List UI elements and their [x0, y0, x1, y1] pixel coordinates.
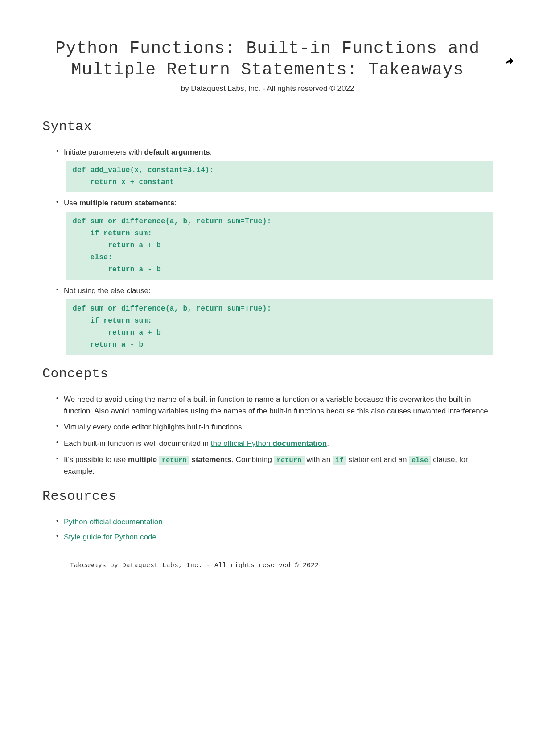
list-item: It's possible to use multiple return sta…	[64, 454, 493, 478]
list-item: Virtually every code editor highlights b…	[64, 421, 493, 433]
list-item: We need to avoid using the name of a bui…	[64, 394, 493, 417]
concepts-list: We need to avoid using the name of a bui…	[42, 394, 493, 478]
link-text: the official Python	[211, 439, 273, 448]
list-item: Initiate parameters with default argumen…	[64, 147, 493, 192]
inline-code: return	[274, 456, 305, 465]
code-block: def add_value(x, constant=3.14): return …	[66, 161, 493, 192]
list-item: Each built-in function is well documente…	[64, 438, 493, 450]
share-icon[interactable]	[504, 56, 515, 66]
item-text: Each built-in function is well documente…	[64, 439, 211, 448]
resources-list: Python official documentation Style guid…	[42, 516, 493, 544]
section-heading-syntax: Syntax	[42, 117, 493, 137]
item-text: with an	[305, 455, 333, 464]
inline-code: return	[159, 456, 189, 465]
section-heading-concepts: Concepts	[42, 364, 493, 384]
resource-link[interactable]: Python official documentation	[64, 518, 163, 526]
item-text: statement and an	[346, 455, 409, 464]
footer-text: Takeaways by Dataquest Labs, Inc. - All …	[70, 561, 493, 571]
item-bold: multiple	[128, 455, 157, 464]
list-item: Python official documentation	[64, 516, 493, 528]
item-text: Use	[64, 199, 79, 207]
item-text: .	[327, 439, 329, 448]
resource-link[interactable]: Style guide for Python code	[64, 533, 156, 541]
inline-code: else	[409, 456, 431, 465]
item-text: :	[174, 199, 177, 207]
item-bold: multiple return statements	[79, 199, 175, 207]
inline-code: if	[333, 456, 346, 465]
item-text: It's possible to use	[64, 455, 128, 464]
syntax-list: Initiate parameters with default argumen…	[42, 147, 493, 355]
section-heading-resources: Resources	[42, 486, 493, 507]
item-bold: statements	[192, 455, 232, 464]
python-docs-link[interactable]: the official Python documentation	[211, 439, 327, 448]
list-item: Style guide for Python code	[64, 531, 493, 543]
item-text: :	[210, 148, 212, 156]
byline: by Dataquest Labs, Inc. - All rights res…	[42, 83, 493, 94]
code-block: def sum_or_difference(a, b, return_sum=T…	[66, 299, 493, 355]
code-block: def sum_or_difference(a, b, return_sum=T…	[66, 212, 493, 280]
list-item: Use multiple return statements: def sum_…	[64, 197, 493, 279]
item-text: . Combining	[231, 455, 274, 464]
list-item: Not using the else clause: def sum_or_di…	[64, 285, 493, 355]
item-text: Not using the else clause:	[64, 286, 151, 295]
item-bold: default arguments	[144, 148, 210, 156]
link-bold: documentation	[272, 439, 327, 448]
item-text: Initiate parameters with	[64, 148, 144, 156]
page-title: Python Functions: Built-in Functions and…	[42, 38, 493, 80]
